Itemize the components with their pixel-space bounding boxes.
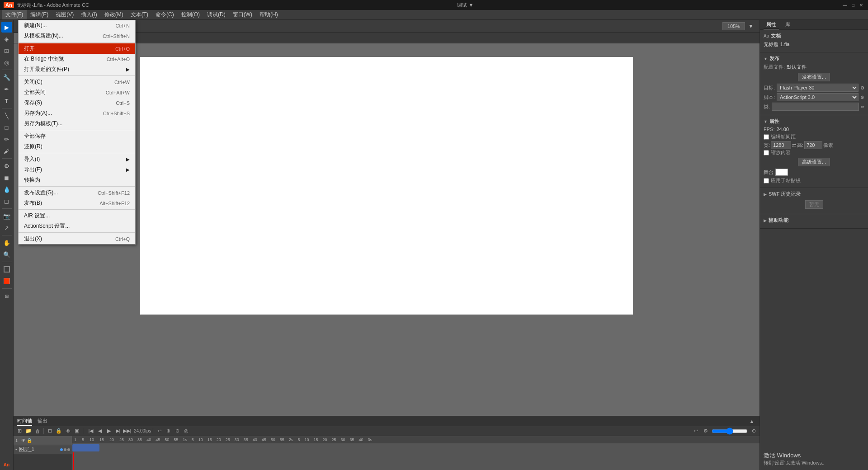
script-select[interactable]: ActionScript 3.0 [777, 93, 859, 101]
minimize-btn[interactable]: — [842, 2, 848, 8]
debug-mode[interactable]: 调试 ▼ [457, 2, 473, 9]
lock-tl[interactable]: 🔒 [55, 427, 63, 435]
output-tab[interactable]: 输出 [38, 417, 47, 425]
menu-export[interactable]: 导出(E) ▶ [19, 164, 135, 175]
menu-publish-settings[interactable]: 发布设置(G)... Ctrl+Shift+F12 [19, 188, 135, 198]
menu-file[interactable]: 文件(F) [2, 10, 27, 19]
brush-tool[interactable]: 🖌 [1, 146, 12, 156]
hand-tool[interactable]: ✋ [1, 237, 12, 248]
pencil-tool[interactable]: ✏ [1, 134, 12, 145]
swf-header[interactable]: ▶ SWF 历史记录 [764, 191, 864, 197]
properties-tab[interactable]: 属性 [764, 20, 779, 29]
eraser-tool[interactable]: ◻ [1, 196, 12, 207]
step-fwd-btn[interactable]: ▶| [114, 427, 122, 435]
menu-save-all[interactable]: 全部保存 [19, 131, 135, 141]
props-header[interactable]: ▼ 属性 [764, 118, 864, 125]
go-start-btn[interactable]: |◀ [87, 427, 95, 435]
timeline-tab[interactable]: 时间轴 [17, 417, 32, 426]
publish-settings-btn[interactable]: 发布设置... [798, 73, 830, 81]
menu-modify[interactable]: 修改(M) [101, 10, 127, 19]
menu-save-as[interactable]: 另存为(A)... Ctrl+Shift+S [19, 108, 135, 118]
go-end-btn[interactable]: ▶▶| [123, 427, 131, 435]
library-tab[interactable]: 库 [783, 20, 793, 29]
camera-tl[interactable]: ⊞ [46, 427, 54, 435]
menu-new[interactable]: 新建(N)... Ctrl+N [19, 20, 135, 31]
class-input[interactable] [772, 103, 859, 111]
target-settings-icon[interactable]: ⚙ [860, 85, 864, 90]
menu-exit[interactable]: 退出(X) Ctrl+Q [19, 234, 135, 244]
menu-debug[interactable]: 调试(D) [203, 10, 229, 19]
menu-command[interactable]: 命令(C) [152, 10, 178, 19]
document-section-header[interactable]: Aa 文档 [764, 33, 864, 39]
advanced-settings-btn[interactable]: 高级设置... [798, 158, 830, 166]
rect-tool[interactable]: □ [1, 122, 12, 133]
line-tool[interactable]: ╲ [1, 110, 12, 121]
menu-publish[interactable]: 发布(B) Alt+Shift+F12 [19, 198, 135, 208]
asset-warp-tool[interactable]: ↗ [1, 222, 12, 233]
stroke-color[interactable] [1, 264, 12, 275]
timeline-settings[interactable]: ⚙ [702, 427, 710, 435]
close-btn[interactable]: ✕ [858, 2, 864, 8]
eyedropper-tool[interactable]: 💧 [1, 184, 12, 195]
play-btn[interactable]: ▶ [105, 427, 113, 435]
menu-help[interactable]: 帮助(H) [256, 10, 282, 19]
width-input[interactable] [771, 141, 791, 149]
menu-insert[interactable]: 插入(I) [77, 10, 100, 19]
menu-save[interactable]: 保存(S) Ctrl+S [19, 98, 135, 108]
sync-btn[interactable]: ⊕ [164, 427, 172, 435]
menu-edit[interactable]: 编辑(E) [27, 10, 52, 19]
new-folder-tl[interactable]: 📁 [24, 427, 33, 435]
menu-view[interactable]: 视图(V) [52, 10, 77, 19]
menu-revert[interactable]: 还原(R) [19, 141, 135, 152]
zoom-tool[interactable]: 🔍 [1, 249, 12, 260]
menu-new-template[interactable]: 从模板新建(N)... Ctrl+Shift+N [19, 31, 135, 41]
menu-control[interactable]: 控制(O) [178, 10, 203, 19]
zoom-input[interactable]: 105% [722, 22, 745, 30]
subselect-tool[interactable]: ◈ [1, 33, 12, 44]
edit-frame-rate-checkbox[interactable] [764, 134, 769, 140]
step-back-btn[interactable]: ◀ [96, 427, 104, 435]
new-layer-tl[interactable]: ⊞ [15, 427, 24, 435]
menu-window[interactable]: 窗口(W) [229, 10, 256, 19]
select-tool[interactable]: ▶ [1, 22, 12, 33]
fill-color[interactable] [1, 276, 12, 287]
menu-convert[interactable]: 转换为 [19, 175, 135, 185]
accessibility-header[interactable]: ▶ 辅助功能 [764, 217, 864, 224]
zoom-slider[interactable] [712, 428, 748, 435]
apply-clipboard-checkbox[interactable] [764, 178, 769, 183]
frame-tl[interactable]: ▣ [73, 427, 81, 435]
menu-import[interactable]: 导入(I) ▶ [19, 154, 135, 164]
scale-content-checkbox[interactable] [764, 150, 769, 155]
paint-bucket-tool[interactable]: ◼ [1, 172, 12, 183]
script-settings-icon[interactable]: ⚙ [860, 95, 864, 100]
gradient-tool[interactable]: ◎ [1, 57, 12, 68]
onion-outline-btn[interactable]: ◎ [182, 427, 190, 435]
bone-tool[interactable]: ⚙ [1, 160, 12, 171]
onion-btn[interactable]: ⊙ [173, 427, 181, 435]
menu-close[interactable]: 关闭(C) Ctrl+W [19, 77, 135, 87]
menu-open[interactable]: 打开 Ctrl+O [19, 43, 135, 54]
text-tool[interactable]: T [1, 95, 12, 106]
menu-browse-bridge[interactable]: 在 Bridge 中浏览 Ctrl+Alt+O [19, 54, 135, 64]
camera-tool[interactable]: 📷 [1, 211, 12, 221]
timeline-collapse[interactable]: ↩ [692, 427, 700, 435]
stage-color-swatch[interactable] [775, 169, 788, 176]
free-transform-tool[interactable]: ⊡ [1, 45, 12, 56]
publish-header[interactable]: ▼ 发布 [764, 55, 864, 62]
layer-row-1[interactable]: ▪ 图层_1 [14, 445, 72, 454]
eye-tl[interactable]: 👁 [64, 427, 72, 435]
class-edit-icon[interactable]: ✏ [861, 104, 864, 109]
menu-save-as-template[interactable]: 另存为模板(T)... [19, 118, 135, 129]
delete-layer-tl[interactable]: 🗑 [33, 427, 42, 435]
zoom-dropdown-btn[interactable]: ▼ [746, 21, 756, 31]
menu-actionscript-settings[interactable]: ActionScript 设置... [19, 221, 135, 231]
zoom-out-tl[interactable]: ⊕ [750, 427, 758, 435]
height-input[interactable] [804, 141, 822, 149]
snap-btn[interactable]: ⊞ [1, 291, 12, 301]
target-select[interactable]: Flash Player 30 [777, 84, 859, 92]
menu-text[interactable]: 文本(T) [127, 10, 152, 19]
lasso-tool[interactable]: 🔧 [1, 72, 12, 83]
collapse-bottom[interactable]: ▲ [748, 417, 756, 425]
pen-tool[interactable]: ✒ [1, 84, 12, 94]
loop-btn[interactable]: ↩ [155, 427, 163, 435]
